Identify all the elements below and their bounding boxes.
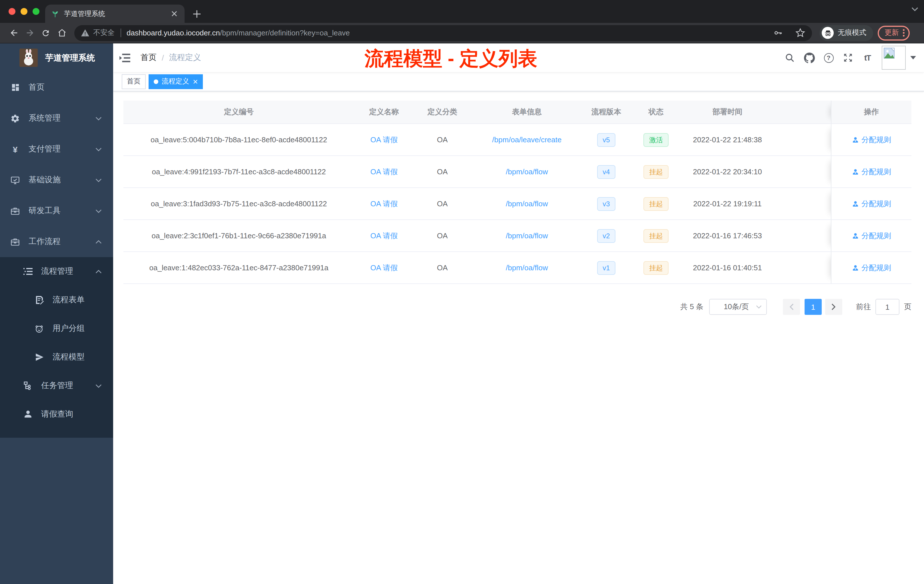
chevron-down-icon [96, 178, 102, 182]
status-badge: 挂起 [644, 261, 668, 275]
logo-rabbit-avatar [20, 49, 38, 67]
chevron-left-icon [789, 304, 794, 310]
column-header: 定义编号 [124, 101, 354, 124]
assign-rule-link[interactable]: 分配规则 [852, 135, 891, 145]
tag-home[interactable]: 首页 [122, 74, 146, 89]
favicon-plant-icon [51, 10, 59, 18]
tags-view-bar: 首页 流程定义 [113, 72, 924, 91]
avatar[interactable] [882, 46, 906, 70]
row-filler [772, 220, 831, 251]
address-bar[interactable]: 不安全 dashboard.yudao.iocoder.cn/bpm/manag… [74, 25, 812, 41]
form-icon [34, 295, 44, 305]
deploy-time: 2022-01-16 17:46:53 [682, 220, 772, 251]
fullscreen-icon[interactable] [838, 48, 858, 68]
browser-tab[interactable]: 芋道管理系统 [45, 5, 185, 23]
avatar-caret-down-icon[interactable] [910, 56, 916, 59]
table-body: oa_leave:5:004b710b-7b8a-11ec-8ef0-acde4… [124, 124, 911, 284]
browser-update-button[interactable]: 更新 [878, 25, 910, 40]
home-icon[interactable] [54, 25, 70, 41]
definition-id: oa_leave:1:482ec033-762a-11ec-8477-a2380… [124, 252, 354, 284]
font-size-icon[interactable]: tT [858, 48, 877, 68]
definition-category: OA [414, 220, 471, 251]
next-page-button[interactable] [825, 299, 842, 315]
forward-icon[interactable] [22, 25, 38, 41]
security-label[interactable]: 不安全 [93, 28, 115, 38]
update-label: 更新 [884, 28, 899, 38]
reload-icon[interactable] [38, 25, 54, 41]
form-info-link[interactable]: /bpm/oa/flow [506, 264, 548, 272]
browser-menu-kebab-icon[interactable] [903, 29, 904, 36]
help-icon[interactable]: ? [819, 48, 838, 68]
table-row: oa_leave:2:3c1f0ef1-76b1-11ec-9c66-a2380… [124, 220, 911, 252]
status-badge: 挂起 [644, 229, 668, 243]
definition-name-link[interactable]: OA 请假 [370, 231, 398, 241]
row-filler [772, 252, 831, 284]
process-version-badge[interactable]: v1 [597, 261, 615, 275]
process-version-badge[interactable]: v5 [597, 133, 615, 147]
github-icon[interactable] [799, 48, 819, 68]
sidebar-item-user-group[interactable]: 用户分组 [0, 314, 113, 343]
sidebar-logo[interactable]: 芋道管理系统 [0, 43, 113, 72]
sidebar-item-dev-tools[interactable]: 研发工具 [0, 195, 113, 226]
tab-search-chevron-icon[interactable] [911, 7, 918, 12]
goto-page-input[interactable] [875, 299, 899, 315]
process-version-badge[interactable]: v4 [597, 165, 615, 178]
window-close-button[interactable] [8, 8, 15, 15]
tag-close-icon[interactable] [193, 79, 198, 84]
sidebar-item-home[interactable]: 首页 [0, 72, 113, 103]
tag-process-definition[interactable]: 流程定义 [148, 74, 203, 89]
sidebar-item-process-management[interactable]: 流程管理 [0, 257, 113, 286]
sidebar-toggle-hamburger-icon[interactable] [114, 48, 135, 68]
definition-table: 定义编号 定义名称 定义分类 表单信息 流程版本 状态 部署时间 操作 [124, 101, 911, 284]
monitor-icon [10, 175, 20, 185]
definition-name-link[interactable]: OA 请假 [370, 167, 398, 177]
chevron-down-icon [96, 147, 102, 151]
sidebar-item-infrastructure[interactable]: 基础设施 [0, 165, 113, 195]
toolbox-icon [10, 206, 20, 216]
screen: 芋道管理系统 不安全 da [0, 0, 924, 584]
process-version-badge[interactable]: v3 [597, 197, 615, 211]
form-info-link[interactable]: /bpm/oa/flow [506, 200, 548, 208]
window-minimize-button[interactable] [21, 8, 27, 15]
assign-rule-link[interactable]: 分配规则 [852, 262, 891, 273]
page-number-button[interactable]: 1 [805, 299, 822, 315]
page-size-select[interactable]: 10条/页 [709, 299, 767, 315]
back-icon[interactable] [6, 25, 22, 41]
url-path[interactable]: /bpm/manager/definition?key=oa_leave [220, 28, 350, 37]
sidebar-item-process-form[interactable]: 流程表单 [0, 286, 113, 314]
sidebar-item-payment[interactable]: ¥ 支付管理 [0, 134, 113, 165]
definition-category: OA [414, 156, 471, 187]
breadcrumb-home[interactable]: 首页 [140, 53, 157, 63]
search-icon[interactable] [780, 48, 799, 68]
form-info-link[interactable]: /bpm/oa/flow [506, 231, 548, 240]
tab-title: 芋道管理系统 [64, 9, 170, 18]
sidebar-item-leave-query[interactable]: 请假查询 [0, 400, 113, 429]
definition-id: oa_leave:2:3c1f0ef1-76b1-11ec-9c66-a2380… [124, 220, 354, 251]
security-warning-icon[interactable] [81, 29, 89, 36]
definition-name-link[interactable]: OA 请假 [370, 199, 398, 209]
sidebar-item-workflow[interactable]: 工作流程 [0, 226, 113, 257]
url-domain[interactable]: dashboard.yudao.iocoder.cn [127, 28, 220, 37]
assign-rule-link[interactable]: 分配规则 [852, 199, 891, 209]
main-area: 流程模型 - 定义列表 首页 / 流程定义 [113, 43, 924, 584]
prev-page-button[interactable] [783, 299, 800, 315]
assign-rule-link[interactable]: 分配规则 [852, 167, 891, 177]
window-zoom-button[interactable] [33, 8, 40, 15]
sidebar-item-task-management[interactable]: 任务管理 [0, 371, 113, 400]
process-version-badge[interactable]: v2 [597, 229, 615, 243]
definition-category: OA [414, 252, 471, 284]
form-info-link[interactable]: /bpm/oa/leave/create [492, 135, 562, 144]
app-title: 芋道管理系统 [45, 52, 95, 63]
new-tab-button[interactable] [190, 7, 203, 21]
definition-name-link[interactable]: OA 请假 [370, 135, 398, 145]
user-icon [852, 232, 858, 239]
sidebar-item-process-model[interactable]: 流程模型 [0, 343, 113, 371]
tab-close-icon[interactable] [170, 9, 179, 18]
goto-label: 前往 [856, 302, 871, 312]
password-key-icon[interactable] [773, 28, 783, 38]
bookmark-star-icon[interactable] [795, 28, 805, 38]
form-info-link[interactable]: /bpm/oa/flow [506, 167, 548, 176]
sidebar-item-system[interactable]: 系统管理 [0, 103, 113, 134]
assign-rule-link[interactable]: 分配规则 [852, 231, 891, 241]
definition-name-link[interactable]: OA 请假 [370, 262, 398, 273]
